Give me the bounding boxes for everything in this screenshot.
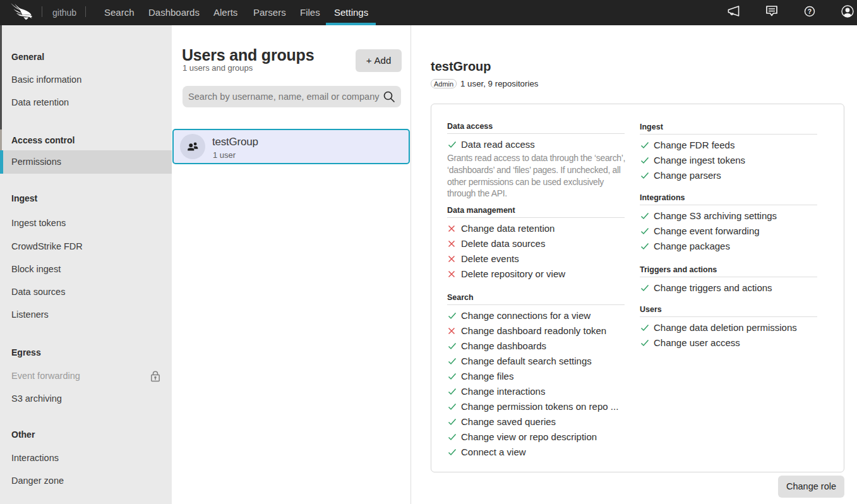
svg-text:?: ? [808, 8, 812, 15]
